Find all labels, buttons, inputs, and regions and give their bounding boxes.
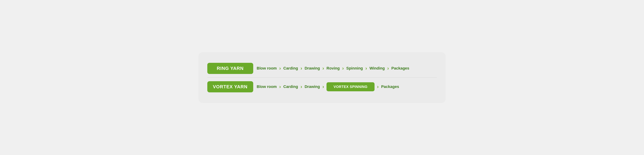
step-carding-2: Carding <box>284 84 298 89</box>
chevron-icon-ring-yarn-6: › <box>387 65 389 71</box>
yarn-row-ring-yarn: RING YARNBlow room›Carding›Drawing›Rovin… <box>207 63 437 74</box>
step-packages-2: Packages <box>381 84 399 89</box>
step-blow-room-2: Blow room <box>257 84 277 89</box>
step-spinning-1: Spinning <box>346 66 363 71</box>
step-roving-1: Roving <box>326 66 340 71</box>
chevron-icon-ring-yarn-2: › <box>300 65 302 71</box>
chevron-icon-vortex-yarn-3: › <box>322 84 324 90</box>
process-steps-vortex-yarn: Blow room›Carding›Drawing›VORTEX Spinnin… <box>257 82 437 91</box>
step-drawing-2: Drawing <box>304 84 320 89</box>
yarn-row-vortex-yarn: VORTEX YARNBlow room›Carding›Drawing›VOR… <box>207 81 437 92</box>
step-vortex-spinning: VORTEX Spinning <box>326 82 374 91</box>
chevron-icon-vortex-yarn-4: › <box>377 84 378 90</box>
step-packages-1: Packages <box>391 66 409 71</box>
chevron-icon-vortex-yarn-2: › <box>300 84 302 90</box>
main-container: RING YARNBlow room›Carding›Drawing›Rovin… <box>198 52 446 103</box>
chevron-icon-ring-yarn-1: › <box>279 65 281 71</box>
step-drawing-1: Drawing <box>304 66 320 71</box>
step-blow-room-1: Blow room <box>257 66 277 71</box>
yarn-label-vortex-yarn: VORTEX YARN <box>207 81 253 92</box>
chevron-icon-ring-yarn-3: › <box>322 65 324 71</box>
chevron-icon-vortex-yarn-1: › <box>279 84 281 90</box>
step-carding-1: Carding <box>284 66 298 71</box>
step-winding-1: Winding <box>370 66 385 71</box>
process-steps-ring-yarn: Blow room›Carding›Drawing›Roving›Spinnin… <box>257 65 437 71</box>
chevron-icon-ring-yarn-4: › <box>342 65 344 71</box>
chevron-icon-ring-yarn-5: › <box>365 65 367 71</box>
yarn-label-ring-yarn: RING YARN <box>207 63 253 74</box>
